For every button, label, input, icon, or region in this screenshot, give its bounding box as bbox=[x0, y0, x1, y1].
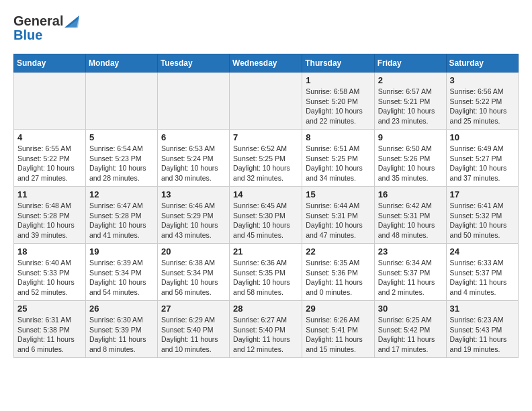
calendar-cell: 11Sunrise: 6:48 AM Sunset: 5:28 PM Dayli… bbox=[14, 187, 86, 244]
day-info: Sunrise: 6:47 AM Sunset: 5:28 PM Dayligh… bbox=[89, 201, 154, 240]
day-info: Sunrise: 6:36 AM Sunset: 5:35 PM Dayligh… bbox=[233, 258, 298, 298]
calendar-cell: 12Sunrise: 6:47 AM Sunset: 5:28 PM Dayli… bbox=[85, 187, 157, 244]
calendar-cell: 5Sunrise: 6:54 AM Sunset: 5:23 PM Daylig… bbox=[85, 130, 157, 187]
page-header: General Blue bbox=[13, 13, 519, 43]
day-info: Sunrise: 6:44 AM Sunset: 5:31 PM Dayligh… bbox=[306, 201, 370, 240]
day-number: 25 bbox=[17, 304, 82, 314]
calendar-cell: 9Sunrise: 6:50 AM Sunset: 5:26 PM Daylig… bbox=[374, 130, 446, 187]
day-header-monday: Monday bbox=[85, 54, 157, 73]
day-number: 18 bbox=[17, 246, 82, 257]
calendar-cell: 30Sunrise: 6:25 AM Sunset: 5:42 PM Dayli… bbox=[374, 301, 446, 358]
day-number: 22 bbox=[306, 246, 370, 257]
day-info: Sunrise: 6:29 AM Sunset: 5:40 PM Dayligh… bbox=[161, 315, 226, 355]
day-number: 31 bbox=[450, 304, 515, 314]
calendar-cell: 21Sunrise: 6:36 AM Sunset: 5:35 PM Dayli… bbox=[230, 244, 302, 301]
calendar-cell: 3Sunrise: 6:56 AM Sunset: 5:22 PM Daylig… bbox=[446, 73, 518, 130]
day-number: 27 bbox=[161, 304, 226, 314]
day-info: Sunrise: 6:25 AM Sunset: 5:42 PM Dayligh… bbox=[378, 315, 443, 355]
day-info: Sunrise: 6:55 AM Sunset: 5:22 PM Dayligh… bbox=[17, 144, 82, 183]
calendar-cell: 17Sunrise: 6:41 AM Sunset: 5:32 PM Dayli… bbox=[446, 187, 518, 244]
day-header-tuesday: Tuesday bbox=[157, 54, 229, 73]
day-number: 11 bbox=[17, 189, 82, 199]
logo-wing-icon bbox=[64, 15, 79, 28]
day-number: 13 bbox=[161, 189, 226, 199]
calendar-cell: 20Sunrise: 6:38 AM Sunset: 5:34 PM Dayli… bbox=[157, 244, 229, 301]
day-header-saturday: Saturday bbox=[446, 54, 518, 73]
day-number: 9 bbox=[378, 132, 443, 142]
day-number: 8 bbox=[306, 132, 370, 142]
calendar-cell: 7Sunrise: 6:52 AM Sunset: 5:25 PM Daylig… bbox=[230, 130, 302, 187]
day-number: 3 bbox=[450, 75, 515, 85]
day-info: Sunrise: 6:56 AM Sunset: 5:22 PM Dayligh… bbox=[450, 87, 515, 126]
day-info: Sunrise: 6:39 AM Sunset: 5:34 PM Dayligh… bbox=[89, 258, 154, 298]
day-number: 21 bbox=[233, 246, 298, 257]
calendar-cell: 23Sunrise: 6:34 AM Sunset: 5:37 PM Dayli… bbox=[374, 244, 446, 301]
day-number: 4 bbox=[17, 132, 82, 142]
day-number: 1 bbox=[306, 75, 370, 85]
day-info: Sunrise: 6:23 AM Sunset: 5:43 PM Dayligh… bbox=[450, 315, 515, 355]
day-header-wednesday: Wednesday bbox=[230, 54, 302, 73]
day-number: 20 bbox=[161, 246, 226, 257]
calendar-cell: 16Sunrise: 6:42 AM Sunset: 5:31 PM Dayli… bbox=[374, 187, 446, 244]
day-info: Sunrise: 6:54 AM Sunset: 5:23 PM Dayligh… bbox=[89, 144, 154, 183]
day-number: 19 bbox=[89, 246, 154, 257]
day-number: 6 bbox=[161, 132, 226, 142]
day-info: Sunrise: 6:52 AM Sunset: 5:25 PM Dayligh… bbox=[233, 144, 298, 183]
day-info: Sunrise: 6:35 AM Sunset: 5:36 PM Dayligh… bbox=[306, 258, 370, 298]
calendar-cell: 13Sunrise: 6:46 AM Sunset: 5:29 PM Dayli… bbox=[157, 187, 229, 244]
day-info: Sunrise: 6:34 AM Sunset: 5:37 PM Dayligh… bbox=[378, 258, 443, 298]
day-info: Sunrise: 6:30 AM Sunset: 5:39 PM Dayligh… bbox=[89, 315, 154, 355]
calendar-cell: 24Sunrise: 6:33 AM Sunset: 5:37 PM Dayli… bbox=[446, 244, 518, 301]
calendar-cell: 26Sunrise: 6:30 AM Sunset: 5:39 PM Dayli… bbox=[85, 301, 157, 358]
day-info: Sunrise: 6:33 AM Sunset: 5:37 PM Dayligh… bbox=[450, 258, 515, 298]
calendar-cell bbox=[230, 73, 302, 130]
day-info: Sunrise: 6:49 AM Sunset: 5:27 PM Dayligh… bbox=[450, 144, 515, 183]
day-number: 24 bbox=[450, 246, 515, 257]
day-info: Sunrise: 6:58 AM Sunset: 5:20 PM Dayligh… bbox=[306, 87, 370, 126]
calendar-cell: 25Sunrise: 6:31 AM Sunset: 5:38 PM Dayli… bbox=[14, 301, 86, 358]
logo-general-text: General bbox=[13, 13, 63, 29]
day-info: Sunrise: 6:42 AM Sunset: 5:31 PM Dayligh… bbox=[378, 201, 443, 240]
day-info: Sunrise: 6:57 AM Sunset: 5:21 PM Dayligh… bbox=[378, 87, 443, 126]
day-number: 10 bbox=[450, 132, 515, 142]
day-info: Sunrise: 6:53 AM Sunset: 5:24 PM Dayligh… bbox=[161, 144, 226, 183]
calendar-cell: 8Sunrise: 6:51 AM Sunset: 5:25 PM Daylig… bbox=[302, 130, 374, 187]
calendar-cell bbox=[157, 73, 229, 130]
day-number: 26 bbox=[89, 304, 154, 314]
calendar-cell: 15Sunrise: 6:44 AM Sunset: 5:31 PM Dayli… bbox=[302, 187, 374, 244]
day-number: 7 bbox=[233, 132, 298, 142]
day-number: 29 bbox=[306, 304, 370, 314]
calendar-cell: 31Sunrise: 6:23 AM Sunset: 5:43 PM Dayli… bbox=[446, 301, 518, 358]
day-header-thursday: Thursday bbox=[302, 54, 374, 73]
day-header-friday: Friday bbox=[374, 54, 446, 73]
logo-blue-text: Blue bbox=[13, 28, 42, 43]
calendar-cell: 27Sunrise: 6:29 AM Sunset: 5:40 PM Dayli… bbox=[157, 301, 229, 358]
day-info: Sunrise: 6:26 AM Sunset: 5:41 PM Dayligh… bbox=[306, 315, 370, 355]
day-number: 16 bbox=[378, 189, 443, 199]
day-header-sunday: Sunday bbox=[14, 54, 86, 73]
day-info: Sunrise: 6:46 AM Sunset: 5:29 PM Dayligh… bbox=[161, 201, 226, 240]
day-info: Sunrise: 6:27 AM Sunset: 5:40 PM Dayligh… bbox=[233, 315, 298, 355]
day-number: 15 bbox=[306, 189, 370, 199]
logo: General Blue bbox=[13, 13, 79, 43]
day-number: 17 bbox=[450, 189, 515, 199]
day-info: Sunrise: 6:45 AM Sunset: 5:30 PM Dayligh… bbox=[233, 201, 298, 240]
calendar-cell bbox=[85, 73, 157, 130]
calendar-cell: 18Sunrise: 6:40 AM Sunset: 5:33 PM Dayli… bbox=[14, 244, 86, 301]
calendar-cell: 22Sunrise: 6:35 AM Sunset: 5:36 PM Dayli… bbox=[302, 244, 374, 301]
day-info: Sunrise: 6:40 AM Sunset: 5:33 PM Dayligh… bbox=[17, 258, 82, 298]
calendar-cell: 14Sunrise: 6:45 AM Sunset: 5:30 PM Dayli… bbox=[230, 187, 302, 244]
calendar-cell: 19Sunrise: 6:39 AM Sunset: 5:34 PM Dayli… bbox=[85, 244, 157, 301]
day-number: 12 bbox=[89, 189, 154, 199]
calendar-cell: 6Sunrise: 6:53 AM Sunset: 5:24 PM Daylig… bbox=[157, 130, 229, 187]
day-number: 28 bbox=[233, 304, 298, 314]
day-info: Sunrise: 6:48 AM Sunset: 5:28 PM Dayligh… bbox=[17, 201, 82, 240]
calendar-cell: 2Sunrise: 6:57 AM Sunset: 5:21 PM Daylig… bbox=[374, 73, 446, 130]
day-info: Sunrise: 6:41 AM Sunset: 5:32 PM Dayligh… bbox=[450, 201, 515, 240]
day-info: Sunrise: 6:50 AM Sunset: 5:26 PM Dayligh… bbox=[378, 144, 443, 183]
calendar-table: SundayMondayTuesdayWednesdayThursdayFrid… bbox=[13, 54, 519, 358]
calendar-cell bbox=[14, 73, 86, 130]
calendar-cell: 4Sunrise: 6:55 AM Sunset: 5:22 PM Daylig… bbox=[14, 130, 86, 187]
day-info: Sunrise: 6:31 AM Sunset: 5:38 PM Dayligh… bbox=[17, 315, 82, 355]
day-number: 5 bbox=[89, 132, 154, 142]
